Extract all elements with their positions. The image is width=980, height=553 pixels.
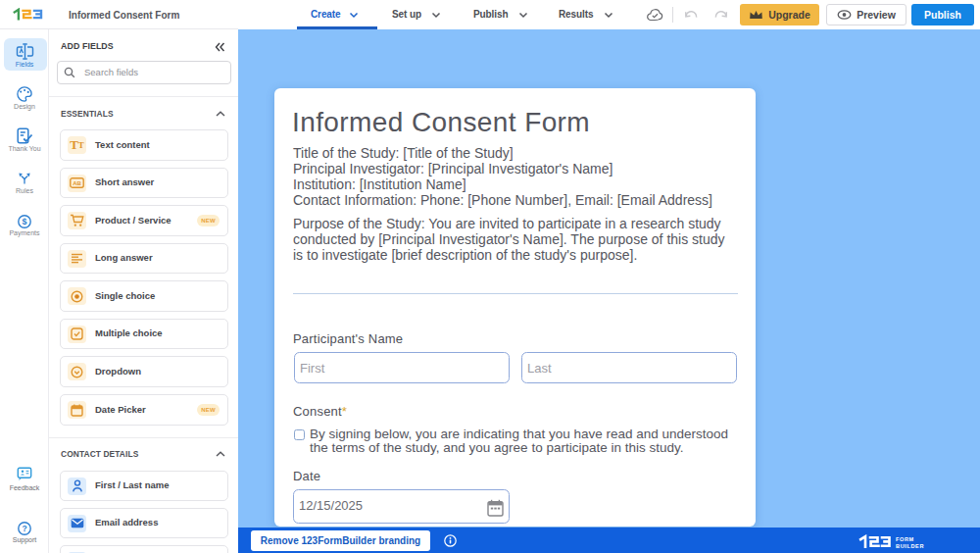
svg-text:$: $ (22, 217, 26, 226)
svg-text:AB: AB (73, 180, 81, 186)
svg-text:FORM: FORM (896, 536, 914, 542)
svg-text:?: ? (22, 524, 26, 533)
svg-text:BUILDER: BUILDER (896, 543, 924, 549)
